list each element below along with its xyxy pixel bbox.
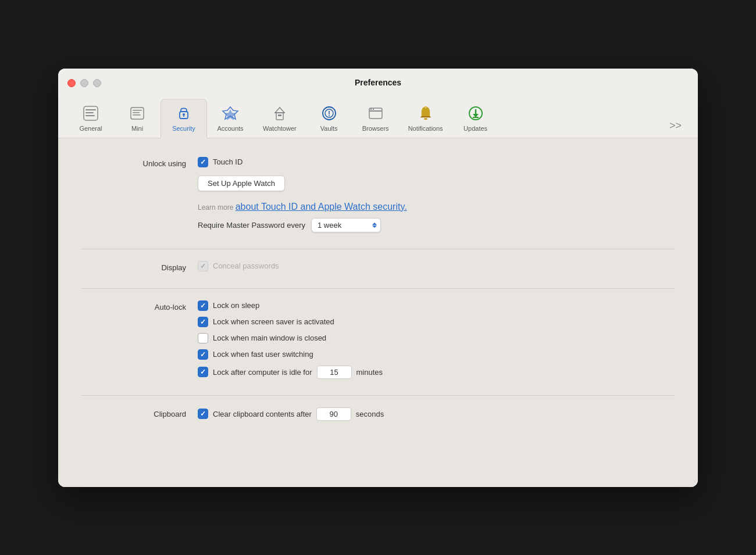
svg-point-25 <box>425 106 427 109</box>
updates-icon <box>466 104 485 123</box>
maximize-button[interactable] <box>93 79 101 87</box>
minimize-button[interactable] <box>80 79 88 87</box>
lock-window-row: Lock when main window is closed <box>198 333 675 343</box>
svg-rect-4 <box>131 108 144 119</box>
arrow-up-icon <box>372 223 377 225</box>
divider-2 <box>81 288 675 289</box>
svg-point-23 <box>372 108 373 109</box>
lock-window-checkbox[interactable] <box>198 333 208 343</box>
tab-accounts[interactable]: Accounts <box>207 99 254 138</box>
unlock-section: Unlock using Touch ID Set Up Apple Watch… <box>81 157 675 232</box>
vaults-icon: ! <box>320 104 338 123</box>
clipboard-suffix: seconds <box>356 410 384 418</box>
conceal-label: Conceal passwords <box>213 262 279 270</box>
lock-fast-switch-checkbox[interactable] <box>198 349 208 360</box>
divider-1 <box>81 249 675 249</box>
svg-rect-16 <box>274 112 285 113</box>
display-content: Conceal passwords <box>198 261 675 272</box>
tab-watchtower[interactable]: Watchtower <box>254 99 306 138</box>
clipboard-section: Clipboard Clear clipboard contents after… <box>81 407 675 421</box>
master-password-select[interactable]: 1 week <box>311 218 381 232</box>
close-button[interactable] <box>67 79 76 87</box>
tab-security-label: Security <box>172 125 195 132</box>
more-tabs-button[interactable]: >> <box>662 120 689 138</box>
svg-rect-5 <box>133 110 142 111</box>
lock-sleep-checkbox[interactable] <box>198 300 208 311</box>
svg-point-24 <box>424 118 427 120</box>
toolbar: General Mini <box>58 94 698 138</box>
master-password-label: Require Master Password every <box>198 221 305 230</box>
lock-sleep-row: Lock on sleep <box>198 300 675 311</box>
select-arrows <box>372 223 377 228</box>
autolock-section: Auto-lock Lock on sleep Lock when screen… <box>81 300 675 379</box>
svg-rect-2 <box>85 112 94 113</box>
svg-text:!: ! <box>328 109 330 117</box>
tab-notifications-label: Notifications <box>408 125 443 132</box>
lock-idle-prefix: Lock after computer is idle for <box>213 368 312 377</box>
divider-3 <box>81 395 675 396</box>
window-title: Preferences <box>67 78 689 94</box>
lock-idle-suffix: minutes <box>356 368 383 377</box>
tab-mini[interactable]: Mini <box>114 99 161 138</box>
master-password-row: Require Master Password every 1 week <box>198 218 675 232</box>
learn-more-link[interactable]: about Touch ID and Apple Watch security. <box>236 202 407 212</box>
tab-browsers-label: Browsers <box>362 125 389 132</box>
browsers-icon <box>366 104 385 123</box>
watchtower-icon <box>270 104 289 123</box>
unlock-label: Unlock using <box>81 157 198 232</box>
conceal-row: Conceal passwords <box>198 261 675 271</box>
tab-vaults[interactable]: ! Vaults <box>306 99 352 138</box>
learn-more-section: Learn more about Touch ID and Apple Watc… <box>198 202 675 212</box>
touch-id-label: Touch ID <box>213 157 243 166</box>
tab-accounts-label: Accounts <box>217 125 243 132</box>
tab-updates[interactable]: Updates <box>452 99 499 138</box>
touch-id-row: Touch ID <box>198 157 675 167</box>
arrow-down-icon <box>372 225 377 228</box>
apple-watch-button[interactable]: Set Up Apple Watch <box>198 176 285 191</box>
display-label: Display <box>81 261 198 272</box>
clipboard-label: Clipboard <box>81 407 198 421</box>
svg-rect-7 <box>133 114 141 116</box>
tab-general[interactable]: General <box>67 99 114 138</box>
traffic-lights <box>67 79 101 87</box>
preferences-window: Preferences General <box>58 69 698 487</box>
autolock-content: Lock on sleep Lock when screen saver is … <box>198 300 675 379</box>
conceal-checkbox[interactable] <box>198 261 208 271</box>
lock-sleep-label: Lock on sleep <box>213 301 259 310</box>
tab-general-label: General <box>79 125 102 132</box>
lock-idle-input[interactable] <box>317 366 352 379</box>
clipboard-content: Clear clipboard contents after seconds <box>198 407 675 421</box>
svg-rect-6 <box>133 112 140 113</box>
tab-security[interactable]: Security <box>161 99 207 138</box>
notifications-icon <box>416 104 435 123</box>
learn-more-prefix: Learn more <box>198 203 236 212</box>
content-area: Unlock using Touch ID Set Up Apple Watch… <box>58 138 698 487</box>
tab-browsers[interactable]: Browsers <box>352 99 399 138</box>
unlock-content: Touch ID Set Up Apple Watch Learn more a… <box>198 157 675 232</box>
clipboard-prefix: Clear clipboard contents after <box>213 410 312 418</box>
svg-rect-3 <box>85 115 95 116</box>
accounts-icon <box>221 104 240 123</box>
titlebar: Preferences <box>58 69 698 94</box>
svg-rect-15 <box>280 114 281 116</box>
svg-rect-14 <box>278 114 280 116</box>
svg-rect-1 <box>85 109 96 110</box>
security-icon <box>174 104 193 123</box>
svg-point-9 <box>183 113 185 116</box>
clipboard-row: Clear clipboard contents after seconds <box>198 407 675 421</box>
general-icon <box>81 104 100 123</box>
lock-idle-checkbox[interactable] <box>198 367 208 377</box>
tab-vaults-label: Vaults <box>320 125 338 132</box>
clipboard-checkbox[interactable] <box>198 409 208 419</box>
tab-watchtower-label: Watchtower <box>263 125 297 132</box>
lock-window-label: Lock when main window is closed <box>213 334 326 342</box>
autolock-label: Auto-lock <box>81 300 198 379</box>
tab-notifications[interactable]: Notifications <box>399 99 452 138</box>
mini-icon <box>128 104 147 123</box>
svg-point-22 <box>370 108 371 109</box>
tab-updates-label: Updates <box>463 125 487 132</box>
lock-screensaver-checkbox[interactable] <box>198 317 208 327</box>
display-section: Display Conceal passwords <box>81 261 675 272</box>
touch-id-checkbox[interactable] <box>198 157 208 167</box>
clipboard-input[interactable] <box>316 407 351 421</box>
